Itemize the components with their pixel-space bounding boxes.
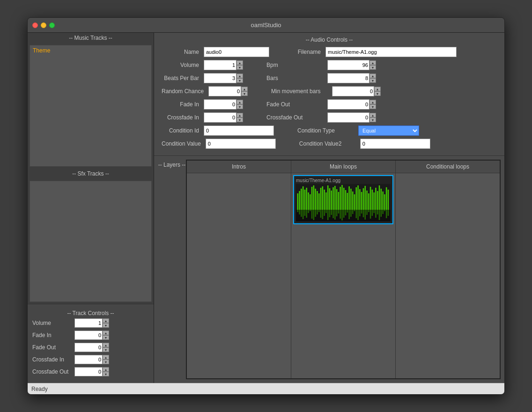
random-chance-spin[interactable]: ▲ ▼ <box>208 86 248 96</box>
tc-fadeout-spin[interactable]: ▲ ▼ <box>74 343 109 352</box>
main-loops-header: Main loops <box>291 161 395 173</box>
ac-crossfadeout-up[interactable]: ▲ <box>369 113 376 118</box>
beats-per-bar-spin-btns[interactable]: ▲ ▼ <box>236 74 243 83</box>
ac-volume-down[interactable]: ▼ <box>236 65 243 70</box>
tc-fadeout-down[interactable]: ▼ <box>103 347 109 352</box>
min-movement-bars-up[interactable]: ▲ <box>374 87 381 91</box>
tc-fadein-input[interactable] <box>74 331 103 340</box>
tc-fadein-spin-buttons[interactable]: ▲ ▼ <box>103 331 109 340</box>
titlebar-buttons <box>32 22 55 28</box>
tc-crossfadeout-spin-buttons[interactable]: ▲ ▼ <box>103 367 109 376</box>
audio-controls-title: -- Audio Controls -- <box>162 37 497 43</box>
ac-volume-spin[interactable]: ▲ ▼ <box>204 60 243 70</box>
ac-crossfadeout-spin-btns[interactable]: ▲ ▼ <box>369 113 376 122</box>
ac-fadeout-up[interactable]: ▲ <box>369 100 376 104</box>
min-movement-bars-input[interactable] <box>332 86 374 96</box>
bpm-spin-btns[interactable]: ▲ ▼ <box>369 60 376 70</box>
ac-volume-spin-btns[interactable]: ▲ ▼ <box>236 60 243 70</box>
filename-input[interactable] <box>325 47 457 57</box>
condition-id-input[interactable] <box>204 125 274 136</box>
ac-crossfadeout-spin[interactable]: ▲ ▼ <box>327 112 376 123</box>
tc-crossfadeout-input[interactable] <box>74 367 103 376</box>
ac-crossfadein-spin-btns[interactable]: ▲ ▼ <box>236 113 243 122</box>
bpm-spin[interactable]: ▲ ▼ <box>327 60 376 70</box>
tc-fadein-spin[interactable]: ▲ ▼ <box>74 331 109 340</box>
tc-crossfadein-input[interactable] <box>74 355 103 364</box>
tc-crossfadeout-spin[interactable]: ▲ ▼ <box>74 367 109 376</box>
tc-fadeout-input[interactable] <box>74 343 103 352</box>
random-chance-up[interactable]: ▲ <box>241 87 248 91</box>
ac-fadeout-label: Fade Out <box>266 101 323 108</box>
tc-crossfadein-down[interactable]: ▼ <box>103 360 109 364</box>
ac-fadeout-down[interactable]: ▼ <box>369 104 376 109</box>
ac-crossfadeout-input[interactable] <box>327 112 369 123</box>
music-track-item[interactable]: Theme <box>30 45 151 56</box>
tc-volume-spin[interactable]: ▲ ▼ <box>74 318 109 328</box>
name-input[interactable] <box>204 47 269 57</box>
tc-fadein-down[interactable]: ▼ <box>103 335 109 340</box>
random-chance-input[interactable] <box>208 86 241 96</box>
ac-crossfadein-up[interactable]: ▲ <box>236 113 243 118</box>
ac-fadein-up[interactable]: ▲ <box>236 100 243 104</box>
main-loops-content[interactable]: music/Theme-A1.ogg <box>291 173 395 378</box>
tc-crossfadeout-down[interactable]: ▼ <box>103 372 109 376</box>
bars-input[interactable] <box>327 73 369 83</box>
ac-fadeout-spin-btns[interactable]: ▲ ▼ <box>369 100 376 109</box>
tc-volume-up[interactable]: ▲ <box>103 318 109 323</box>
bpm-up[interactable]: ▲ <box>369 60 376 65</box>
ac-fadein-input[interactable] <box>204 99 236 110</box>
min-movement-bars-spin-btns[interactable]: ▲ ▼ <box>374 87 381 96</box>
min-movement-bars-down[interactable]: ▼ <box>374 91 381 96</box>
beats-per-bar-down[interactable]: ▼ <box>236 78 243 83</box>
beats-per-bar-up[interactable]: ▲ <box>236 74 243 78</box>
bars-spin[interactable]: ▲ ▼ <box>327 73 376 83</box>
tc-fadeout-spin-buttons[interactable]: ▲ ▼ <box>103 343 109 352</box>
bars-up[interactable]: ▲ <box>369 74 376 78</box>
ac-fadein-spin-btns[interactable]: ▲ ▼ <box>236 100 243 109</box>
beats-per-bar-spin[interactable]: ▲ ▼ <box>204 73 243 83</box>
condition-id-label: Condition Id <box>162 127 199 134</box>
bpm-down[interactable]: ▼ <box>369 65 376 70</box>
maximize-button[interactable] <box>49 22 55 28</box>
conditional-loops-content[interactable] <box>396 173 500 378</box>
tc-volume-spin-buttons[interactable]: ▲ ▼ <box>103 318 109 328</box>
close-button[interactable] <box>32 22 38 28</box>
sfx-tracks-section: -- Sfx Tracks -- <box>28 169 154 304</box>
ac-crossfadein-spin[interactable]: ▲ ▼ <box>204 112 243 123</box>
random-chance-spin-btns[interactable]: ▲ ▼ <box>241 87 248 96</box>
ac-fadein-down[interactable]: ▼ <box>236 104 243 109</box>
tc-volume-row: Volume ▲ ▼ <box>32 318 149 328</box>
music-tracks-section: -- Music Tracks -- Theme <box>28 33 154 169</box>
condition-value2-input[interactable] <box>360 139 430 149</box>
random-chance-down[interactable]: ▼ <box>241 91 248 96</box>
bpm-input[interactable] <box>327 60 369 70</box>
beats-per-bar-input[interactable] <box>204 73 236 83</box>
waveform-card[interactable]: music/Theme-A1.ogg <box>293 175 393 224</box>
tc-crossfadein-spin-buttons[interactable]: ▲ ▼ <box>103 355 109 364</box>
tc-crossfadein-spin[interactable]: ▲ ▼ <box>74 355 109 364</box>
ac-fadeout-spin[interactable]: ▲ ▼ <box>327 99 376 110</box>
sfx-tracks-box[interactable] <box>30 181 152 302</box>
bars-down[interactable]: ▼ <box>369 78 376 83</box>
tc-crossfadeout-up[interactable]: ▲ <box>103 367 109 372</box>
intros-content[interactable] <box>187 173 291 378</box>
ac-crossfadein-input[interactable] <box>204 112 236 123</box>
tc-crossfadein-up[interactable]: ▲ <box>103 355 109 360</box>
tc-fadein-up[interactable]: ▲ <box>103 331 109 335</box>
ac-fadeout-input[interactable] <box>327 99 369 110</box>
minimize-button[interactable] <box>41 22 46 28</box>
tc-volume-down[interactable]: ▼ <box>103 323 109 328</box>
condition-value-input[interactable] <box>206 139 276 149</box>
ac-volume-up[interactable]: ▲ <box>236 60 243 65</box>
min-movement-bars-spin[interactable]: ▲ ▼ <box>332 86 381 96</box>
music-tracks-box[interactable]: Theme <box>30 45 152 167</box>
tc-fadeout-up[interactable]: ▲ <box>103 343 109 347</box>
bars-spin-btns[interactable]: ▲ ▼ <box>369 74 376 83</box>
ac-volume-input[interactable] <box>204 60 236 70</box>
tc-volume-input[interactable] <box>74 318 103 328</box>
ac-fadein-spin[interactable]: ▲ ▼ <box>204 99 243 110</box>
ac-crossfadein-down[interactable]: ▼ <box>236 118 243 122</box>
condition-type-select[interactable]: Equal Greater Less Between <box>358 125 419 136</box>
tc-fadeout-label: Fade Out <box>32 344 74 351</box>
ac-crossfadeout-down[interactable]: ▼ <box>369 118 376 122</box>
